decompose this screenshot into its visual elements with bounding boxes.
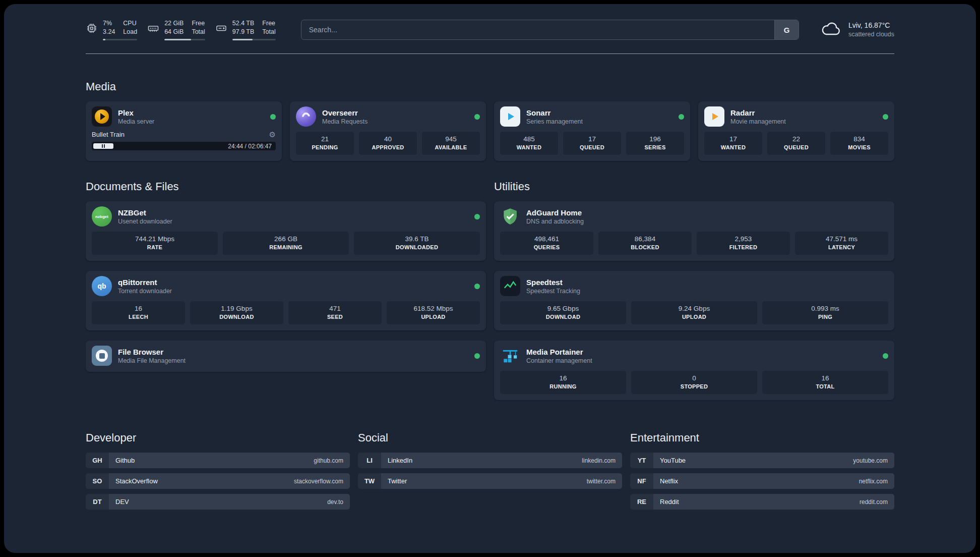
bookmark-abbr: DT — [86, 494, 109, 510]
service-description: Movie management — [730, 118, 786, 126]
stat-value: 498,461 — [502, 235, 591, 244]
status-dot — [679, 114, 684, 120]
service-link-qbittorrent[interactable]: qb qBittorrent Torrent downloader — [92, 276, 480, 296]
service-link-speedtest[interactable]: Speedtest Speedtest Tracking — [500, 276, 888, 296]
stat-tile: 485 WANTED — [500, 132, 558, 155]
service-link-overseerr[interactable]: Overseerr Media Requests — [296, 106, 480, 127]
stat-label: DOWNLOAD — [192, 313, 281, 321]
bookmark-reddit[interactable]: RE Reddit reddit.com — [630, 494, 894, 510]
stat-tile: 471 SEED — [288, 301, 382, 324]
section-title-entertainment: Entertainment — [630, 431, 894, 444]
playback-progress-bar[interactable]: 24:44 / 02:06:47 — [92, 142, 276, 150]
disk-usage-bar — [232, 39, 276, 40]
gear-icon[interactable]: ⚙ — [269, 131, 276, 138]
screen-frame: 7% 3.24 CPU Load — [0, 0, 980, 557]
section-title-developer: Developer — [86, 431, 350, 444]
search-input[interactable] — [301, 20, 774, 39]
status-dot — [883, 353, 888, 359]
bookmark-abbr: SO — [86, 473, 109, 489]
bookmark-linkedin[interactable]: LI LinkedIn linkedin.com — [358, 453, 622, 468]
stat-value: 47.571 ms — [797, 235, 886, 244]
stat-tile: 21 PENDING — [296, 132, 354, 155]
stat-label: TOTAL — [764, 383, 886, 391]
section-title-social: Social — [358, 431, 622, 444]
stat-value: 2,953 — [699, 235, 788, 244]
cpu-load-value: 3.24 — [103, 28, 115, 36]
stat-value: 40 — [361, 135, 415, 144]
service-name: Radarr — [730, 108, 786, 118]
cpu-icon — [86, 22, 98, 34]
service-link-plex[interactable]: Plex Media server — [92, 106, 276, 127]
stat-label: DOWNLOAD — [502, 313, 624, 321]
service-link-portainer[interactable]: Media Portainer Container management — [500, 346, 888, 366]
service-description: Media server — [118, 118, 154, 126]
service-card-speedtest: Speedtest Speedtest Tracking 9.65 Gbps D… — [494, 271, 894, 330]
pause-button[interactable] — [93, 143, 113, 149]
stat-label: LEECH — [94, 313, 183, 321]
disk-icon — [215, 22, 227, 34]
disk-total-value: 97.9 TB — [232, 28, 255, 36]
memory-total-value: 64 GiB — [164, 28, 183, 36]
bookmark-github[interactable]: GH Github github.com — [86, 453, 350, 468]
status-dot — [474, 114, 480, 120]
stat-tile: 1.19 Gbps DOWNLOAD — [190, 301, 283, 324]
stat-value: 945 — [424, 135, 478, 144]
service-link-radarr[interactable]: Radarr Movie management — [704, 106, 888, 127]
bookmark-netflix[interactable]: NF Netflix netflix.com — [630, 473, 894, 489]
bookmark-youtube[interactable]: YT YouTube youtube.com — [630, 453, 894, 468]
bookmark-group-developer: Developer GH Github github.com SO StackO… — [86, 431, 350, 515]
stat-tile: 834 MOVIES — [830, 132, 888, 155]
sonarr-icon — [500, 106, 520, 127]
stat-value: 471 — [290, 304, 380, 313]
service-card-sonarr: Sonarr Series management 485 WANTED 17 Q… — [494, 101, 690, 161]
service-description: Media Requests — [322, 118, 368, 126]
disk-total-label: Total — [262, 28, 275, 36]
speedtest-icon — [500, 276, 520, 296]
search-bar: G — [301, 20, 799, 40]
bookmark-group-social: Social LI LinkedIn linkedin.com TW Twitt… — [358, 431, 622, 494]
stat-label: BLOCKED — [600, 244, 690, 251]
status-dot — [474, 353, 480, 359]
service-card-plex: Plex Media server Bullet Train ⚙ 24:44 /… — [86, 101, 282, 161]
service-description: Media File Management — [118, 357, 186, 365]
bookmark-twitter[interactable]: TW Twitter twitter.com — [358, 473, 622, 489]
cpu-label: CPU — [123, 19, 137, 28]
stat-tile: 618.52 Mbps UPLOAD — [387, 301, 480, 324]
stat-tile: 86,384 BLOCKED — [598, 232, 692, 255]
search-provider-button[interactable]: G — [774, 20, 799, 39]
service-link-adguard[interactable]: AdGuard Home DNS and adblocking — [500, 206, 888, 227]
service-link-nzbget[interactable]: nzbget NZBGet Usenet downloader — [92, 206, 480, 227]
qbittorrent-icon: qb — [92, 276, 112, 296]
service-link-filebrowser[interactable]: File Browser Media File Management — [92, 346, 480, 366]
stat-tile: 16 TOTAL — [762, 371, 888, 394]
section-documents: Documents & Files nzbget NZBGet Usenet d… — [86, 180, 486, 372]
section-utilities: Utilities AdGuard Home — [494, 180, 894, 400]
stat-label: APPROVED — [361, 144, 415, 151]
overseerr-icon — [296, 106, 316, 127]
stat-tile: 945 AVAILABLE — [422, 132, 480, 155]
bookmark-stackoverflow[interactable]: SO StackOverflow stackoverflow.com — [86, 473, 350, 489]
bookmark-name: LinkedIn — [388, 457, 412, 464]
stat-value: 16 — [94, 304, 183, 313]
status-dot — [883, 114, 888, 120]
memory-icon — [147, 22, 159, 34]
stat-value: 16 — [764, 374, 886, 383]
bookmark-dev[interactable]: DT DEV dev.to — [86, 494, 350, 510]
service-card-filebrowser: File Browser Media File Management — [86, 341, 486, 372]
service-card-adguard: AdGuard Home DNS and adblocking 498,461 … — [494, 201, 894, 261]
stat-label: QUEUED — [565, 144, 619, 151]
bookmark-name: Reddit — [660, 498, 679, 506]
bookmark-url: linkedin.com — [582, 457, 616, 464]
bookmark-abbr: NF — [630, 473, 653, 489]
stat-value: 0 — [633, 374, 755, 383]
service-name: Media Portainer — [526, 347, 592, 357]
stat-value: 16 — [502, 374, 624, 383]
service-link-sonarr[interactable]: Sonarr Series management — [500, 106, 684, 127]
stat-value: 834 — [832, 135, 886, 144]
cpu-load-label: Load — [123, 28, 137, 36]
stat-tile: 22 QUEUED — [767, 132, 825, 155]
stat-tile: 40 APPROVED — [359, 132, 417, 155]
stat-label: QUERIES — [502, 244, 591, 251]
bookmark-name: DEV — [115, 498, 129, 506]
bookmark-url: youtube.com — [853, 457, 888, 464]
